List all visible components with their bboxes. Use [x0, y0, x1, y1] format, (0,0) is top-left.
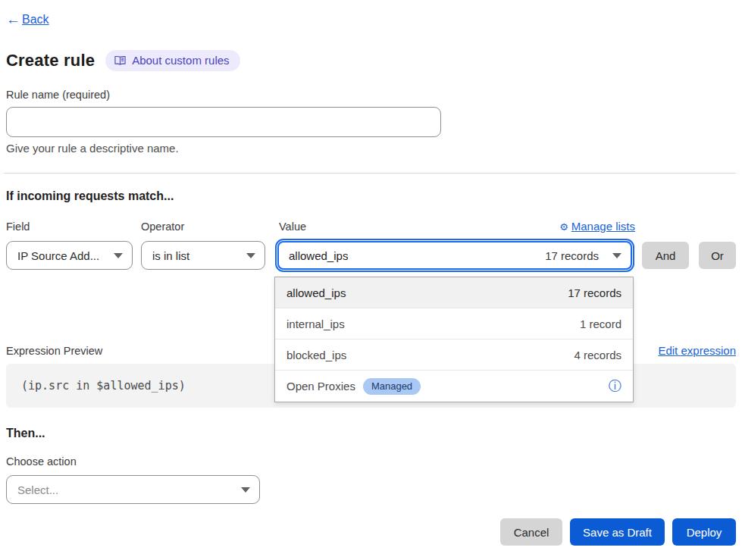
expression-preview-label: Expression Preview	[6, 345, 102, 357]
list-item-name: allowed_ips	[286, 286, 346, 299]
list-item-blocked-ips[interactable]: blocked_ips 4 records	[275, 339, 633, 371]
chevron-down-icon	[241, 487, 250, 493]
or-button[interactable]: Or	[699, 242, 736, 269]
back-link[interactable]: ←Back	[6, 12, 49, 27]
gear-icon: ⚙	[559, 221, 568, 233]
cancel-button[interactable]: Cancel	[500, 518, 562, 546]
section-divider	[4, 173, 736, 174]
create-rule-page: ←Back Create rule About custom rules Rul…	[0, 0, 742, 560]
chevron-down-icon	[612, 253, 621, 258]
and-button[interactable]: And	[642, 242, 689, 269]
list-item-internal-ips[interactable]: internal_ips 1 record	[275, 308, 633, 339]
then-section-heading: Then...	[6, 427, 45, 440]
value-selected-text: allowed_ips	[289, 249, 348, 262]
list-item-records: 4 records	[574, 349, 621, 361]
lists-dropdown-menu: allowed_ips 17 records internal_ips 1 re…	[274, 277, 634, 402]
title-row: Create rule About custom rules	[6, 50, 240, 71]
action-select-placeholder: Select...	[17, 483, 58, 496]
managed-badge: Managed	[363, 378, 421, 395]
save-as-draft-button[interactable]: Save as Draft	[570, 518, 665, 546]
operator-label: Operator	[141, 221, 184, 233]
rule-name-label: Rule name (required)	[6, 89, 110, 101]
book-icon	[114, 55, 126, 66]
choose-action-label: Choose action	[6, 455, 77, 468]
chevron-down-icon	[114, 253, 123, 258]
operator-select-value: is in list	[152, 249, 189, 262]
list-item-name: Open Proxies	[286, 380, 355, 393]
value-combobox[interactable]: allowed_ips 17 records	[277, 241, 632, 270]
manage-lists-link[interactable]: ⚙Manage lists	[424, 220, 635, 233]
field-label: Field	[6, 221, 30, 233]
expression-code: (ip.src in $allowed_ips)	[21, 379, 186, 393]
value-records-count: 17 records	[545, 249, 599, 262]
back-arrow-icon: ←	[6, 12, 20, 27]
chevron-down-icon	[246, 253, 255, 258]
rule-name-input[interactable]	[6, 107, 441, 137]
rule-name-helper-text: Give your rule a descriptive name.	[6, 142, 179, 155]
about-badge-label: About custom rules	[132, 54, 229, 67]
value-label: Value	[279, 221, 306, 233]
page-title: Create rule	[6, 51, 95, 70]
back-label: Back	[22, 13, 49, 27]
edit-expression-label: Edit expression	[658, 344, 736, 357]
about-custom-rules-badge[interactable]: About custom rules	[105, 50, 240, 71]
list-item-name: blocked_ips	[286, 349, 346, 361]
manage-lists-label: Manage lists	[571, 220, 635, 233]
action-select[interactable]: Select...	[6, 475, 260, 504]
list-item-name: internal_ips	[286, 318, 345, 330]
list-item-open-proxies[interactable]: Open Proxies Managed ⓘ	[275, 371, 633, 402]
info-icon[interactable]: ⓘ	[609, 380, 621, 393]
match-section-heading: If incoming requests match...	[6, 189, 174, 203]
operator-select[interactable]: is in list	[141, 241, 265, 270]
list-item-records: 17 records	[568, 286, 621, 299]
list-item-allowed-ips[interactable]: allowed_ips 17 records	[275, 277, 633, 308]
field-select[interactable]: IP Source Add...	[6, 241, 133, 270]
deploy-button[interactable]: Deploy	[672, 518, 736, 546]
field-select-value: IP Source Add...	[17, 249, 99, 262]
list-item-records: 1 record	[580, 318, 621, 330]
